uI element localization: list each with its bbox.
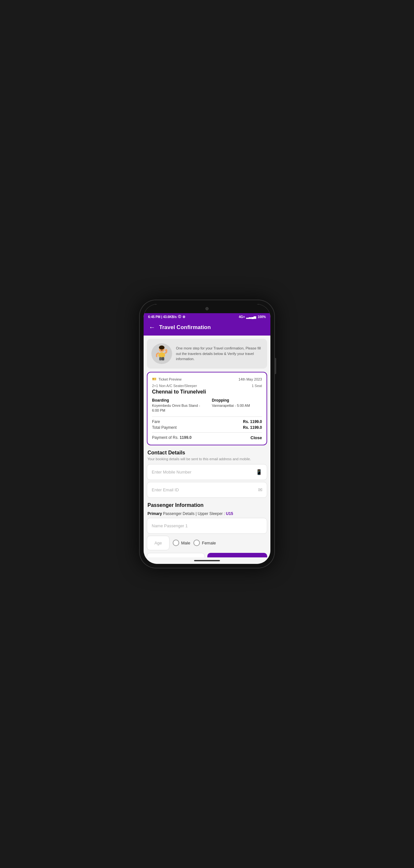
settings-icon: ⚙ (182, 315, 185, 319)
camera (205, 307, 209, 310)
close-button[interactable]: Close (251, 435, 262, 440)
ticket-footer: Payment of Rs. 1199.0 Close (152, 435, 262, 440)
status-right: 4G+ ▂▃▄▅ 100% (239, 315, 266, 319)
page-title: Travel Confirmation (159, 324, 211, 331)
bus-type: 2+1 Non A/C Seater/Sleeper (152, 384, 197, 388)
mobile-input-field[interactable]: Enter Mobile Number 📱 (147, 464, 267, 480)
phone-icon: 📱 (256, 469, 262, 475)
svg-point-1 (159, 346, 164, 349)
female-label: Female (202, 540, 216, 546)
total-payment-row: Total Payment Rs. 1199.0 (152, 425, 262, 430)
male-option[interactable]: Male (173, 539, 190, 546)
primary-label: Primary (147, 512, 162, 516)
side-button (275, 358, 276, 374)
fare-row: Fare Rs. 1199.0 (152, 420, 262, 424)
female-option[interactable]: Female (194, 539, 216, 546)
ticket-route: Chennai to Tirunelveli (152, 389, 262, 395)
ticket-icon: 🎫 (152, 377, 157, 381)
fare-label: Fare (152, 420, 160, 424)
male-radio[interactable] (173, 539, 179, 546)
phone-shell: 6:45 PM | 43.6KB/s Ⓒ ⚙ 4G+ ▂▃▄▅ 100% ← T… (139, 300, 275, 568)
ticket-header: 🎫 Ticket Preview 14th May 2023 (152, 377, 262, 381)
home-bar (194, 560, 220, 561)
traveler-avatar (151, 343, 172, 364)
signal-bars: ▂▃▄▅ (246, 315, 256, 319)
ticket-date: 14th May 2023 (238, 377, 262, 381)
ticket-type-row: 2+1 Non A/C Seater/Sleeper 1 Seat (152, 384, 262, 388)
passenger-info-title: Passenger Information (147, 502, 267, 508)
ticket-card: 🎫 Ticket Preview 14th May 2023 2+1 Non A… (147, 372, 267, 445)
contact-details-subtitle: Your booking details will be sent to thi… (147, 457, 267, 461)
seat-code: U15 (226, 512, 233, 516)
svg-point-5 (165, 349, 167, 351)
divider-2 (152, 432, 262, 433)
status-bar: 6:45 PM | 43.6KB/s Ⓒ ⚙ 4G+ ▂▃▄▅ 100% (144, 313, 270, 320)
boarding-col: Boarding Koyembedu Omni Bus Stand - 6:00… (152, 398, 202, 413)
boarding-dropping: Boarding Koyembedu Omni Bus Stand - 6:00… (152, 398, 262, 413)
age-placeholder: Age (154, 540, 162, 546)
battery-indicator: 100% (257, 315, 266, 319)
svg-point-4 (159, 352, 165, 358)
bottom-action-bar (147, 553, 267, 557)
extra-input-field[interactable] (147, 553, 205, 557)
total-amount: Rs. 1199.0 (243, 425, 262, 430)
boarding-label: Boarding (152, 398, 202, 403)
svg-rect-7 (162, 357, 164, 360)
passenger-label: Primary Passenger Details | Upper Sleepe… (147, 512, 267, 516)
status-left: 6:45 PM | 43.6KB/s Ⓒ ⚙ (148, 314, 185, 319)
network-indicator: 4G+ (239, 315, 245, 319)
info-banner: One more step for your Travel confirmati… (147, 339, 267, 369)
name-placeholder: Name Passenger 1 (152, 523, 187, 528)
email-placeholder: Enter Email ID (152, 488, 179, 492)
details-label: Passenger Details | Upper Sleeper : (163, 512, 225, 516)
home-indicator (144, 557, 270, 564)
dropping-col: Dropping Vannarapettai - 5:00 AM (212, 398, 262, 413)
seat-count: 1 Seat (252, 384, 262, 388)
payment-text: Payment of Rs. 1199.0 (152, 435, 192, 440)
fare-amount: Rs. 1199.0 (243, 420, 262, 424)
male-label: Male (181, 540, 190, 546)
email-input-field[interactable]: Enter Email ID ✉ (147, 482, 267, 498)
total-label: Total Payment (152, 425, 177, 430)
boarding-value: Koyembedu Omni Bus Stand - 6:00 PM (152, 403, 202, 413)
payment-amount-bold: 1199.0 (179, 435, 192, 440)
age-gender-row: Age Male Female (147, 536, 267, 550)
svg-point-3 (162, 348, 163, 349)
scroll-content: One more step for your Travel confirmati… (144, 336, 270, 557)
whatsapp-icon: Ⓒ (178, 314, 181, 319)
female-radio[interactable] (194, 539, 200, 546)
info-text: One more step for your Travel confirmati… (176, 346, 263, 362)
time-display: 6:45 PM | 43.6KB/s (148, 315, 177, 319)
dropping-label: Dropping (212, 398, 262, 403)
svg-rect-6 (159, 357, 162, 360)
dropping-value: Vannarapettai - 5:00 AM (212, 403, 262, 408)
proceed-button[interactable] (207, 553, 267, 557)
ticket-preview-label: 🎫 Ticket Preview (152, 377, 181, 381)
app-header: ← Travel Confirmation (144, 320, 270, 336)
avatar-illustration (153, 345, 170, 362)
email-icon: ✉ (258, 487, 262, 493)
notch (144, 304, 270, 313)
svg-point-2 (160, 348, 161, 349)
contact-details-title: Contact Details (147, 450, 267, 456)
phone-screen: 6:45 PM | 43.6KB/s Ⓒ ⚙ 4G+ ▂▃▄▅ 100% ← T… (144, 304, 270, 564)
mobile-placeholder: Enter Mobile Number (152, 470, 192, 474)
back-button[interactable]: ← (149, 323, 155, 331)
age-input-field[interactable]: Age (147, 536, 170, 550)
divider-1 (152, 416, 262, 417)
name-input-field[interactable]: Name Passenger 1 (147, 518, 267, 534)
